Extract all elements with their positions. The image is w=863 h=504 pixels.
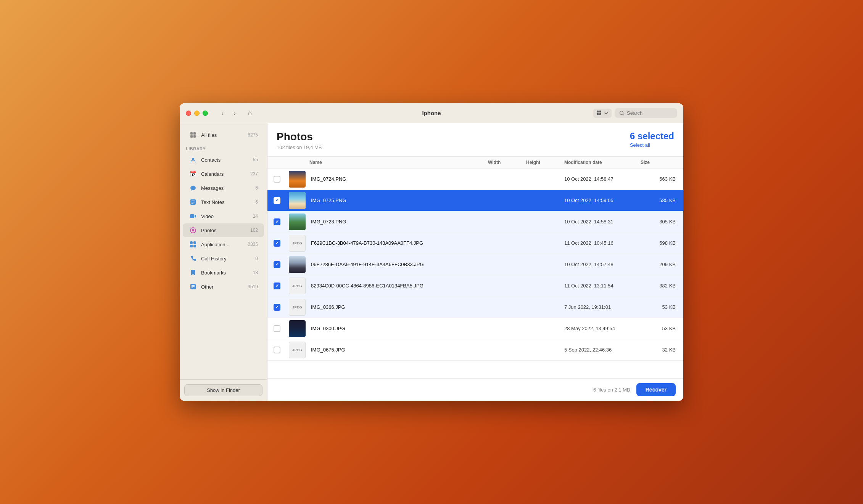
file-size-5: 209 KB — [639, 262, 677, 267]
row-checkbox-6[interactable] — [274, 282, 280, 289]
file-date-3: 10 Oct 2022, 14:58:31 — [563, 219, 639, 225]
table-row[interactable]: JPEG F629C1BC-3B04-479A-B730-143A09AA0FF… — [267, 233, 683, 254]
row-checkbox-4[interactable] — [274, 240, 280, 247]
file-thumb-8 — [289, 320, 306, 337]
sidebar-item-all-files[interactable]: All files 6275 — [183, 128, 264, 142]
row-checkbox-9[interactable] — [274, 347, 280, 353]
search-box[interactable] — [615, 108, 677, 118]
col-height: Height — [525, 160, 563, 165]
file-thumb-jpeg: JPEG — [289, 278, 306, 294]
sidebar-item-photos[interactable]: Photos 102 — [183, 223, 264, 237]
svg-rect-1 — [599, 111, 601, 112]
table-row[interactable]: IMG_0724.PNG 10 Oct 2022, 14:58:47 563 K… — [267, 169, 683, 190]
file-size-6: 382 KB — [639, 283, 677, 289]
view-toggle-button[interactable] — [593, 109, 612, 118]
row-checkbox-3[interactable] — [274, 218, 280, 225]
svg-rect-15 — [190, 214, 194, 218]
sidebar-item-applications[interactable]: Application... 2335 — [183, 238, 264, 251]
file-date-2: 10 Oct 2022, 14:59:05 — [563, 197, 639, 203]
table-row[interactable]: IMG_0725.PNG 10 Oct 2022, 14:59:05 585 K… — [267, 190, 683, 211]
forward-button[interactable]: › — [229, 108, 240, 119]
file-name-5: 06E7286E-DAA9-491F-914E-3A4A6FFC0B33.JPG — [308, 262, 486, 267]
sidebar-count-bookmarks: 13 — [253, 270, 258, 275]
home-button[interactable]: ⌂ — [245, 108, 255, 119]
sidebar-item-contacts[interactable]: Contacts 55 — [183, 153, 264, 167]
sidebar-count-applications: 2335 — [248, 242, 258, 247]
table-row[interactable]: JPEG IMG_0366.JPG 7 Jun 2022, 19:31:01 5… — [267, 297, 683, 318]
file-thumb-2 — [289, 192, 306, 209]
file-date-6: 11 Oct 2022, 13:11:54 — [563, 283, 639, 289]
sidebar-item-video[interactable]: Video 14 — [183, 209, 264, 223]
table-row[interactable]: IMG_0300.JPG 28 May 2022, 13:49:54 53 KB — [267, 318, 683, 339]
file-thumb-jpeg: JPEG — [289, 299, 306, 316]
search-input[interactable] — [627, 110, 673, 116]
sidebar-label-text-notes: Text Notes — [201, 199, 251, 205]
content-header: Photos 102 files on 19,4 MB 6 selected S… — [267, 123, 683, 156]
show-in-finder-button[interactable]: Show in Finder — [184, 384, 262, 396]
select-all-button[interactable]: Select all — [630, 142, 650, 148]
row-checkbox-7[interactable] — [274, 304, 280, 311]
col-size: Size — [639, 160, 677, 165]
file-date-9: 5 Sep 2022, 22:46:36 — [563, 347, 639, 353]
sidebar-label-other: Other — [201, 284, 244, 290]
sidebar-item-other[interactable]: Other 3519 — [183, 280, 264, 294]
file-name-4: F629C1BC-3B04-479A-B730-143A09AA0FF4.JPG — [308, 240, 486, 246]
svg-rect-6 — [193, 132, 196, 135]
sidebar-count-photos: 102 — [250, 228, 258, 233]
file-name-9: IMG_0675.JPG — [308, 347, 486, 353]
close-button[interactable] — [186, 111, 191, 116]
file-date-4: 11 Oct 2022, 10:45:16 — [563, 240, 639, 246]
svg-point-17 — [192, 229, 194, 231]
content-title: Photos — [277, 131, 322, 143]
bookmarks-icon — [189, 268, 197, 277]
row-checkbox-8[interactable] — [274, 325, 280, 332]
sidebar-label-bookmarks: Bookmarks — [201, 270, 249, 276]
main-window: ‹ › ⌂ Iphone — [180, 103, 683, 401]
table-row[interactable]: JPEG IMG_0675.JPG 5 Sep 2022, 22:46:36 3… — [267, 339, 683, 361]
sidebar-count-contacts: 55 — [253, 157, 258, 162]
sidebar-count-calendars: 237 — [250, 171, 258, 177]
sidebar-count-video: 14 — [253, 213, 258, 219]
file-name-1: IMG_0724.PNG — [308, 176, 486, 182]
sidebar-label-contacts: Contacts — [201, 157, 249, 163]
file-name-2: IMG_0725.PNG — [308, 197, 486, 203]
row-checkbox-1[interactable] — [274, 176, 280, 183]
svg-rect-24 — [190, 245, 193, 247]
all-files-label: All files — [201, 132, 244, 138]
contacts-icon — [189, 156, 197, 164]
recover-button[interactable]: Recover — [636, 383, 676, 396]
back-button[interactable]: ‹ — [217, 108, 228, 119]
file-name-3: IMG_0723.PNG — [308, 219, 486, 225]
minimize-button[interactable] — [194, 111, 200, 116]
calendars-icon: 📅 — [189, 170, 197, 178]
sidebar-item-calendars[interactable]: 📅 Calendars 237 — [183, 167, 264, 181]
table-row[interactable]: JPEG 82934C0D-00CC-4864-8986-EC1A0134FBA… — [267, 275, 683, 297]
sidebar-items-list: Contacts 55 📅 Calendars 237 Messages 6 T… — [180, 153, 267, 294]
traffic-lights — [186, 111, 208, 116]
file-size-9: 32 KB — [639, 347, 677, 353]
table-header: Name Width Height Modification date Size — [267, 156, 683, 169]
file-thumb-photo — [289, 171, 306, 188]
sidebar-item-text-notes[interactable]: Text Notes 6 — [183, 195, 264, 209]
sidebar-item-bookmarks[interactable]: Bookmarks 13 — [183, 266, 264, 279]
sidebar-item-call-history[interactable]: Call History 0 — [183, 252, 264, 265]
sidebar-item-messages[interactable]: Messages 6 — [183, 181, 264, 195]
svg-rect-5 — [190, 132, 193, 135]
file-thumb-photo — [289, 256, 306, 273]
file-name-8: IMG_0300.JPG — [308, 326, 486, 331]
svg-rect-22 — [190, 241, 193, 244]
file-thumb-4: JPEG — [289, 235, 306, 252]
row-checkbox-5[interactable] — [274, 261, 280, 268]
svg-rect-0 — [597, 111, 599, 112]
maximize-button[interactable] — [203, 111, 208, 116]
row-checkbox-2[interactable] — [274, 197, 280, 204]
sidebar-count-other: 3519 — [248, 284, 258, 289]
applications-icon — [189, 240, 197, 249]
sidebar-label-photos: Photos — [201, 228, 246, 233]
all-files-count: 6275 — [248, 132, 258, 138]
sidebar-label-call-history: Call History — [201, 256, 251, 262]
table-row[interactable]: IMG_0723.PNG 10 Oct 2022, 14:58:31 305 K… — [267, 211, 683, 233]
table-row[interactable]: 06E7286E-DAA9-491F-914E-3A4A6FFC0B33.JPG… — [267, 254, 683, 275]
file-thumb-9: JPEG — [289, 342, 306, 358]
call-history-icon — [189, 254, 197, 263]
